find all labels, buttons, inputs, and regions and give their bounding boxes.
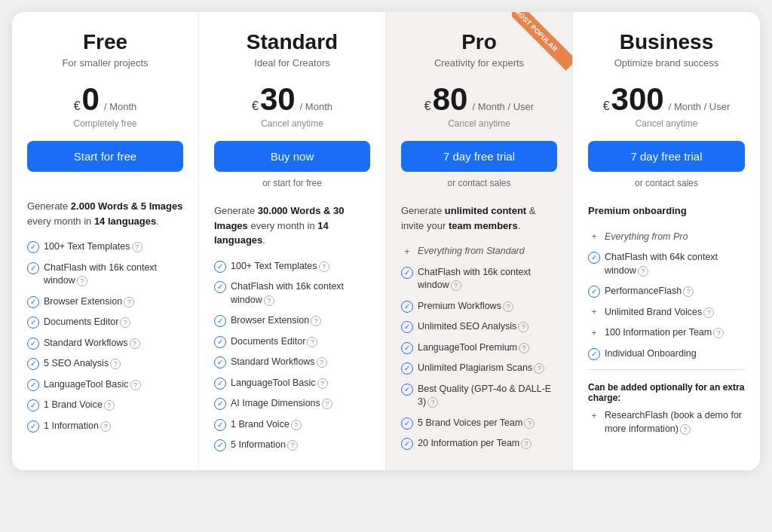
feature-icon-pro-4: ✓ — [401, 342, 413, 354]
feature-item-pro-5: ✓ Unlimited Plagiarism Scans? — [401, 362, 557, 375]
help-icon-pro-6[interactable]: ? — [427, 397, 438, 408]
help-icon-free-5[interactable]: ? — [110, 359, 121, 369]
price-currency-free: € — [74, 99, 81, 113]
price-amount-business: 300 — [611, 84, 664, 115]
feature-list-business: + Everything from Pro ✓ ChatFlash with 6… — [588, 231, 745, 361]
price-period-pro: / Month / User — [472, 101, 534, 112]
help-icon-free-4[interactable]: ? — [130, 338, 140, 349]
help-icon-standard-6[interactable]: ? — [322, 399, 332, 409]
feature-item-standard-3: ✓ Documents Editor? — [214, 335, 370, 349]
help-icon-free-3[interactable]: ? — [120, 317, 130, 328]
cta-secondary-standard[interactable]: or start for free — [214, 178, 370, 188]
help-icon-business-4[interactable]: ? — [713, 328, 724, 338]
help-icon-pro-5[interactable]: ? — [534, 363, 544, 374]
help-icon-standard-4[interactable]: ? — [317, 357, 327, 368]
feature-text-pro-8: 20 Information per Team? — [418, 437, 557, 451]
feature-item-free-0: ✓ 100+ Text Templates? — [27, 240, 183, 254]
feature-icon-standard-0: ✓ — [214, 261, 226, 273]
popular-badge-wrap: most popular — [512, 12, 572, 72]
feature-item-business-4: + 100 Information per Team? — [588, 326, 745, 340]
cta-button-business[interactable]: 7 day free trial — [588, 141, 745, 172]
plan-name-free: Free — [27, 30, 183, 54]
help-icon-pro-8[interactable]: ? — [521, 439, 532, 449]
help-icon-standard-2[interactable]: ? — [311, 316, 321, 326]
feature-item-standard-5: ✓ LanguageTool Basic? — [214, 377, 370, 390]
feature-text-pro-6: Best Quality (GPT-4o & DALL-E 3)? — [418, 383, 557, 409]
cta-button-pro[interactable]: 7 day free trial — [401, 141, 557, 172]
feature-text-business-4: 100 Information per Team? — [605, 326, 745, 340]
help-icon-standard-5[interactable]: ? — [317, 378, 328, 389]
feature-icon-standard-7: ✓ — [214, 419, 226, 431]
feature-icon-free-2: ✓ — [27, 296, 39, 308]
help-icon-pro-2[interactable]: ? — [503, 301, 513, 312]
feature-icon-standard-5: ✓ — [214, 378, 226, 390]
help-icon-business-2[interactable]: ? — [683, 286, 694, 297]
feature-item-free-6: ✓ LanguageTool Basic? — [27, 378, 183, 392]
help-icon-free-0[interactable]: ? — [132, 242, 142, 252]
price-note-free: Completely free — [27, 118, 183, 129]
help-icon-free-8[interactable]: ? — [100, 421, 111, 432]
help-icon-standard-3[interactable]: ? — [307, 337, 317, 347]
feature-item-standard-2: ✓ Browser Extension? — [214, 314, 370, 328]
feature-icon-pro-7: ✓ — [401, 417, 413, 430]
feature-icon-free-6: ✓ — [27, 379, 39, 391]
cta-button-standard[interactable]: Buy now — [214, 141, 370, 172]
feature-text-standard-6: AI Image Dimensions? — [231, 397, 370, 411]
feature-text-standard-7: 1 Brand Voice? — [231, 418, 370, 432]
feature-list-free: ✓ 100+ Text Templates? ✓ ChatFlash with … — [27, 240, 183, 433]
price-period-free: / Month — [104, 101, 136, 112]
help-icon-standard-7[interactable]: ? — [291, 420, 302, 430]
help-icon-standard-0[interactable]: ? — [319, 261, 329, 272]
help-icon-free-6[interactable]: ? — [130, 380, 141, 390]
help-icon-pro-7[interactable]: ? — [524, 418, 535, 429]
extra-charge-text-business-0: ResearchFlash (book a demo for more info… — [605, 409, 745, 436]
help-icon-free-1[interactable]: ? — [77, 276, 87, 286]
feature-text-standard-3: Documents Editor? — [231, 335, 370, 349]
help-icon-extra-business-0[interactable]: ? — [680, 424, 691, 435]
feature-item-free-7: ✓ 1 Brand Voice? — [27, 399, 183, 412]
help-icon-business-1[interactable]: ? — [638, 266, 648, 277]
feature-icon-free-1: ✓ — [27, 262, 39, 274]
help-icon-pro-1[interactable]: ? — [451, 280, 461, 291]
extra-charge-list-business: + ResearchFlash (book a demo for more in… — [588, 409, 745, 436]
feature-item-standard-0: ✓ 100+ Text Templates? — [214, 260, 370, 274]
help-icon-standard-1[interactable]: ? — [264, 295, 274, 306]
feature-text-standard-4: Standard Workflows? — [231, 356, 370, 369]
price-note-business: Cancel anytime — [588, 118, 745, 129]
cta-secondary-pro[interactable]: or contact sales — [401, 178, 557, 188]
feature-icon-free-7: ✓ — [27, 399, 39, 411]
help-icon-free-7[interactable]: ? — [104, 400, 115, 411]
plan-card-business: BusinessOptimize brand success € 300 / M… — [573, 12, 760, 470]
feature-item-pro-8: ✓ 20 Information per Team? — [401, 437, 557, 451]
feature-item-business-2: ✓ PerformanceFlash? — [588, 285, 745, 298]
cta-button-free[interactable]: Start for free — [27, 141, 183, 172]
help-icon-pro-3[interactable]: ? — [518, 322, 528, 332]
popular-badge: most popular — [512, 12, 572, 71]
feature-text-pro-3: Unlimited SEO Analysis? — [418, 320, 557, 334]
feature-item-free-3: ✓ Documents Editor? — [27, 316, 183, 329]
divider-extra-business — [588, 369, 745, 370]
feature-icon-business-2: ✓ — [588, 286, 600, 298]
help-icon-pro-4[interactable]: ? — [519, 343, 529, 353]
feature-icon-free-3: ✓ — [27, 316, 39, 329]
feature-icon-free-4: ✓ — [27, 338, 39, 350]
feature-text-pro-0: Everything from Standard — [418, 245, 557, 258]
feature-text-free-8: 1 Information? — [44, 420, 183, 433]
help-icon-standard-8[interactable]: ? — [287, 440, 298, 451]
plan-tagline-free: For smaller projects — [27, 57, 183, 69]
help-icon-business-3[interactable]: ? — [703, 307, 714, 318]
price-row-free: € 0 / Month — [27, 84, 183, 115]
feature-desc-pro: Generate unlimited content & invite your… — [401, 203, 557, 233]
feature-text-pro-5: Unlimited Plagiarism Scans? — [418, 362, 557, 375]
feature-text-pro-2: Premium Workflows? — [418, 300, 557, 313]
price-currency-pro: € — [424, 99, 431, 113]
feature-icon-pro-0: + — [401, 246, 413, 258]
feature-icon-standard-6: ✓ — [214, 398, 226, 410]
feature-text-free-7: 1 Brand Voice? — [44, 399, 183, 412]
feature-text-free-4: Standard Workflows? — [44, 337, 183, 350]
cta-secondary-business[interactable]: or contact sales — [588, 178, 745, 188]
plan-card-free: FreeFor smaller projects € 0 / Month Com… — [12, 12, 199, 470]
help-icon-free-2[interactable]: ? — [124, 297, 134, 307]
feature-icon-pro-5: ✓ — [401, 362, 413, 375]
feature-desc-business: Premium onboarding — [588, 203, 745, 219]
